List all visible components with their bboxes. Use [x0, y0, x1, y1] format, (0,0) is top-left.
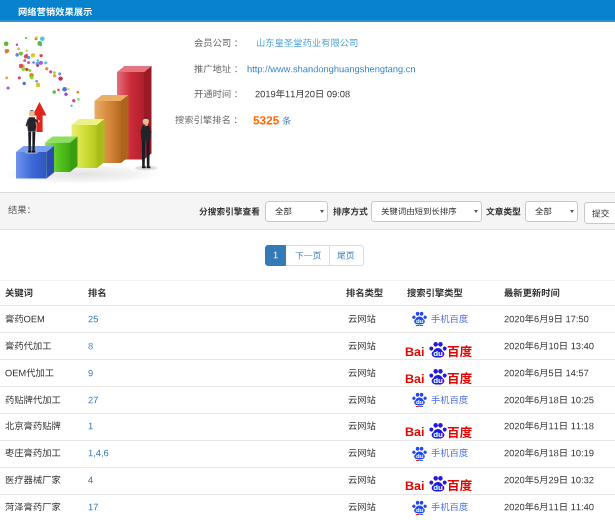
svg-text:du: du [433, 430, 443, 439]
svg-text:du: du [433, 483, 443, 492]
svg-text:du: du [433, 376, 443, 385]
svg-text:du: du [433, 349, 443, 358]
svg-text:du: du [415, 317, 423, 324]
svg-text:du: du [415, 506, 423, 513]
svg-text:du: du [415, 398, 423, 405]
svg-text:du: du [415, 452, 423, 459]
